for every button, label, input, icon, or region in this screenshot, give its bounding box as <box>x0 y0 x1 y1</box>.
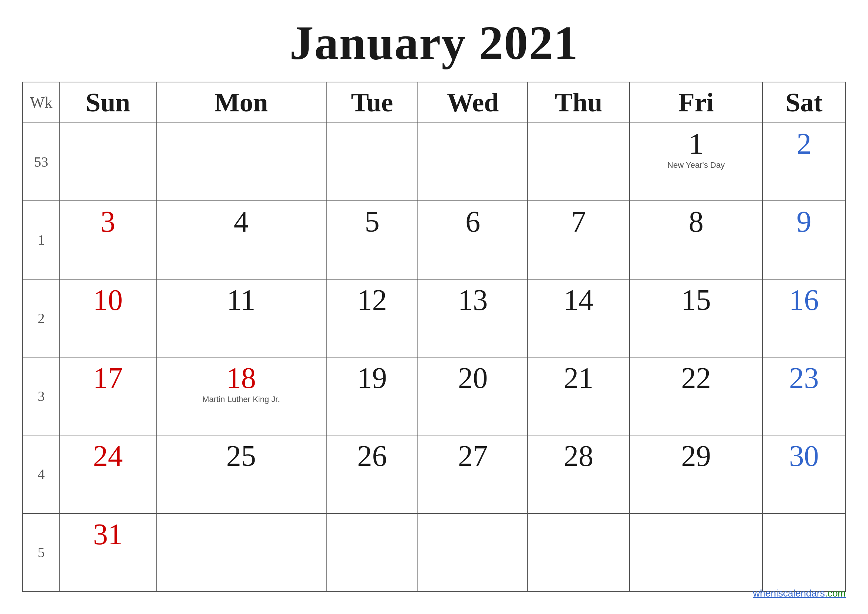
day-cell: 22 <box>629 357 763 435</box>
day-cell: 11 <box>156 279 326 357</box>
header-wed: Wed <box>418 82 528 123</box>
day-cell <box>156 123 326 201</box>
day-number: 20 <box>426 363 520 393</box>
header-sun: Sun <box>60 82 156 123</box>
day-cell: 24 <box>60 435 156 513</box>
header-mon: Mon <box>156 82 326 123</box>
day-cell <box>156 513 326 591</box>
day-cell: 14 <box>528 279 629 357</box>
day-cell: 16 <box>763 279 845 357</box>
week-number: 3 <box>23 357 60 435</box>
day-number: 12 <box>334 285 410 315</box>
day-cell <box>60 123 156 201</box>
day-number: 27 <box>426 441 520 471</box>
day-number: 26 <box>334 441 410 471</box>
day-number: 8 <box>637 207 755 236</box>
day-cell <box>418 513 528 591</box>
header-fri: Fri <box>629 82 763 123</box>
day-cell: 15 <box>629 279 763 357</box>
header-thu: Thu <box>528 82 629 123</box>
day-number: 15 <box>637 285 755 315</box>
day-cell: 7 <box>528 201 629 279</box>
day-cell: 25 <box>156 435 326 513</box>
day-number: 24 <box>68 441 149 471</box>
week-number: 2 <box>23 279 60 357</box>
day-cell: 19 <box>326 357 418 435</box>
day-number: 21 <box>535 363 622 393</box>
calendar-table: Wk Sun Mon Tue Wed Thu Fri Sat 531New Ye… <box>22 82 846 592</box>
day-cell: 10 <box>60 279 156 357</box>
week-row: 531 <box>23 513 845 591</box>
holiday-label: Martin Luther King Jr. <box>164 395 318 404</box>
day-cell: 13 <box>418 279 528 357</box>
day-number: 3 <box>68 207 149 236</box>
day-cell <box>326 513 418 591</box>
day-number: 29 <box>637 441 755 471</box>
day-cell: 18Martin Luther King Jr. <box>156 357 326 435</box>
day-number: 18 <box>164 363 318 393</box>
day-number: 5 <box>334 207 410 236</box>
week-number: 1 <box>23 201 60 279</box>
calendar-title: January 2021 <box>290 15 578 71</box>
day-cell: 17 <box>60 357 156 435</box>
day-number: 13 <box>426 285 520 315</box>
day-cell: 1New Year's Day <box>629 123 763 201</box>
day-cell <box>326 123 418 201</box>
day-cell: 23 <box>763 357 845 435</box>
day-cell: 28 <box>528 435 629 513</box>
day-number: 10 <box>68 285 149 315</box>
day-number: 22 <box>637 363 755 393</box>
day-cell: 8 <box>629 201 763 279</box>
day-number: 23 <box>770 363 838 393</box>
watermark-text1: wheniscalendars <box>753 588 825 599</box>
day-cell: 9 <box>763 201 845 279</box>
day-number: 4 <box>164 207 318 236</box>
day-cell: 30 <box>763 435 845 513</box>
day-cell: 3 <box>60 201 156 279</box>
header-row: Wk Sun Mon Tue Wed Thu Fri Sat <box>23 82 845 123</box>
week-number: 5 <box>23 513 60 591</box>
day-number: 1 <box>637 129 755 158</box>
day-cell: 20 <box>418 357 528 435</box>
day-cell: 5 <box>326 201 418 279</box>
week-number: 53 <box>23 123 60 201</box>
day-cell: 4 <box>156 201 326 279</box>
week-row: 424252627282930 <box>23 435 845 513</box>
day-cell: 2 <box>763 123 845 201</box>
day-cell <box>763 513 845 591</box>
week-number: 4 <box>23 435 60 513</box>
day-number: 11 <box>164 285 318 315</box>
day-number: 9 <box>770 207 838 236</box>
day-number: 19 <box>334 363 410 393</box>
day-number: 16 <box>770 285 838 315</box>
day-cell: 31 <box>60 513 156 591</box>
day-number: 30 <box>770 441 838 471</box>
calendar-page: January 2021 Wk Sun Mon Tue Wed Thu Fri … <box>0 0 868 614</box>
day-number: 31 <box>68 519 149 549</box>
day-cell: 29 <box>629 435 763 513</box>
week-row: 210111213141516 <box>23 279 845 357</box>
day-cell: 27 <box>418 435 528 513</box>
header-tue: Tue <box>326 82 418 123</box>
watermark: wheniscalendars.com <box>753 588 846 599</box>
holiday-label: New Year's Day <box>637 160 755 170</box>
day-cell <box>528 513 629 591</box>
day-cell: 21 <box>528 357 629 435</box>
day-number: 2 <box>770 129 838 158</box>
week-row: 13456789 <box>23 201 845 279</box>
day-cell <box>418 123 528 201</box>
day-cell: 26 <box>326 435 418 513</box>
watermark-text2: .com <box>825 588 846 599</box>
header-wk: Wk <box>23 82 60 123</box>
day-number: 14 <box>535 285 622 315</box>
day-number: 7 <box>535 207 622 236</box>
day-number: 28 <box>535 441 622 471</box>
week-row: 531New Year's Day2 <box>23 123 845 201</box>
header-sat: Sat <box>763 82 845 123</box>
day-number: 6 <box>426 207 520 236</box>
day-cell <box>629 513 763 591</box>
day-cell <box>528 123 629 201</box>
week-row: 31718Martin Luther King Jr.1920212223 <box>23 357 845 435</box>
day-number: 25 <box>164 441 318 471</box>
day-cell: 6 <box>418 201 528 279</box>
